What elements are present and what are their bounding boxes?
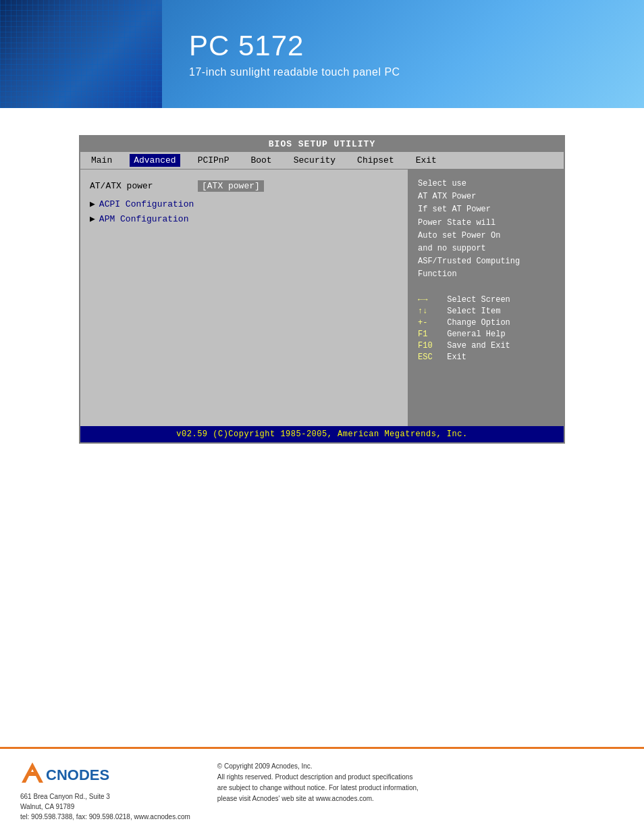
arrow-icon: ▶ — [90, 213, 95, 224]
arrow-icon: ▶ — [90, 199, 95, 209]
bios-menu-security[interactable]: Security — [290, 154, 340, 167]
bios-right-panel: Select useAT ATX PowerIf set AT PowerPow… — [408, 170, 564, 426]
logo-a-letter — [20, 761, 45, 789]
footer-address: 661 Brea Canyon Rd., Suite 3 Walnut, CA … — [20, 791, 190, 822]
acnodes-logo-svg — [20, 761, 45, 784]
bios-menu-boot[interactable]: Boot — [246, 154, 275, 167]
product-subtitle: 17-inch sunlight readable touch panel PC — [189, 66, 400, 78]
bios-at-atx-value[interactable]: [ATX power] — [198, 180, 264, 192]
bios-footer: v02.59 (C)Copyright 1985-2005, American … — [80, 426, 564, 442]
bios-key-pm: +- Change Option — [418, 318, 554, 328]
header-image — [0, 0, 162, 108]
bios-at-atx-row: AT/ATX power [ATX power] — [90, 180, 398, 192]
bios-key-f1: F1 General Help — [418, 330, 554, 339]
key-ud-desc: Select Item — [442, 307, 500, 316]
key-esc-symbol: ESC — [418, 353, 442, 362]
key-pm-desc: Change Option — [442, 318, 510, 328]
bios-apm-config[interactable]: ▶ APM Configuration — [90, 213, 398, 224]
bios-menu-advanced[interactable]: Advanced — [130, 154, 180, 167]
bios-at-atx-label: AT/ATX power — [90, 181, 198, 191]
bios-keys-section: ←→ Select Screen ↑↓ Select Item +- Chang… — [418, 295, 554, 362]
key-ud-symbol: ↑↓ — [418, 307, 442, 316]
key-f1-desc: General Help — [442, 330, 506, 339]
bios-title: BIOS SETUP UTILITY — [80, 136, 564, 152]
bios-left-panel: AT/ATX power [ATX power] ▶ ACPI Configur… — [80, 170, 408, 426]
bios-menu-pcipnp[interactable]: PCIPnP — [194, 154, 234, 167]
bios-menu-bar: Main Advanced PCIPnP Boot Security Chips… — [80, 152, 564, 170]
key-f10-symbol: F10 — [418, 341, 442, 350]
bios-menu-exit[interactable]: Exit — [412, 154, 441, 167]
key-f1-symbol: F1 — [418, 330, 442, 339]
key-pm-symbol: +- — [418, 318, 442, 328]
bios-key-lr: ←→ Select Screen — [418, 295, 554, 305]
footer-logo: CNODES 661 Brea Canyon Rd., Suite 3 Waln… — [20, 761, 190, 822]
bios-acpi-config[interactable]: ▶ ACPI Configuration — [90, 199, 398, 209]
bios-setup-utility: BIOS SETUP UTILITY Main Advanced PCIPnP … — [79, 135, 565, 444]
product-title: PC 5172 — [189, 30, 400, 62]
bios-key-ud: ↑↓ Select Item — [418, 307, 554, 316]
header-text-block: PC 5172 17-inch sunlight readable touch … — [162, 16, 427, 92]
page-footer: CNODES 661 Brea Canyon Rd., Suite 3 Waln… — [0, 747, 644, 834]
acnodes-logo: CNODES — [20, 761, 109, 789]
key-lr-symbol: ←→ — [418, 295, 442, 305]
bios-apm-label: APM Configuration — [99, 214, 189, 224]
logo-cnodes-text: CNODES — [46, 766, 109, 784]
key-lr-desc: Select Screen — [442, 295, 510, 305]
bios-body: AT/ATX power [ATX power] ▶ ACPI Configur… — [80, 170, 564, 426]
bios-menu-chipset[interactable]: Chipset — [353, 154, 398, 167]
bios-help-text: Select useAT ATX PowerIf set AT PowerPow… — [418, 178, 554, 282]
page-header: PC 5172 17-inch sunlight readable touch … — [0, 0, 644, 108]
key-f10-desc: Save and Exit — [442, 341, 510, 350]
bios-key-f10: F10 Save and Exit — [418, 341, 554, 350]
bios-acpi-label: ACPI Configuration — [99, 199, 194, 209]
footer-copyright: © Copyright 2009 Acnodes, Inc. All right… — [217, 761, 624, 804]
bios-menu-main[interactable]: Main — [87, 154, 116, 167]
bios-key-esc: ESC Exit — [418, 353, 554, 362]
main-content: BIOS SETUP UTILITY Main Advanced PCIPnP … — [0, 108, 644, 747]
key-esc-desc: Exit — [442, 353, 466, 362]
